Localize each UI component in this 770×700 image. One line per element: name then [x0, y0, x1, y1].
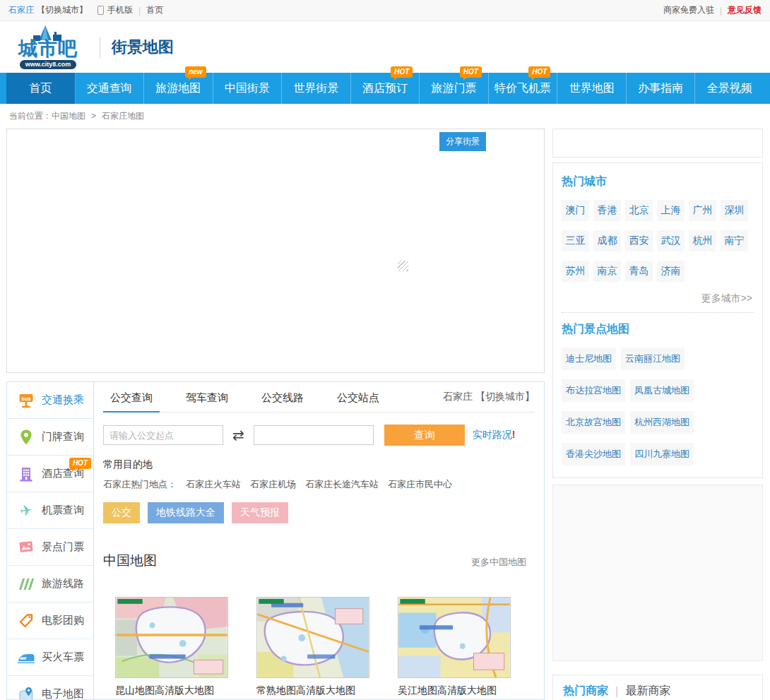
map-thumbnail-caption[interactable]: 吴江地图高清版大地图: [398, 684, 511, 697]
city-tag[interactable]: 上海: [657, 200, 685, 221]
more-china-maps-link[interactable]: 更多中国地图: [471, 556, 526, 569]
bus-icon: bus: [16, 391, 35, 410]
site-header: 城市吧 www.city8.com 街景地图: [0, 21, 770, 73]
scenic-map-tag[interactable]: 四川九寨地图: [630, 443, 694, 465]
sidebar-item-address-search[interactable]: 门牌查询: [7, 419, 93, 456]
scenic-map-tag[interactable]: 北京故宫地图: [562, 411, 625, 434]
tab-bus-query[interactable]: 公交查询: [103, 382, 160, 413]
map-thumbnail-wujiang[interactable]: 吴江地图高清版大地图: [398, 597, 511, 697]
city-tag[interactable]: 西安: [625, 230, 653, 251]
scenic-map-tag[interactable]: 香港尖沙地图: [562, 443, 625, 465]
current-city-link[interactable]: 石家庄: [8, 4, 34, 16]
nav-item-hotel[interactable]: 酒店预订HOT: [351, 73, 420, 104]
map-thumbnail-image[interactable]: [256, 597, 369, 678]
city-tag[interactable]: 澳门: [562, 200, 589, 221]
site-logo[interactable]: 城市吧 www.city8.com: [7, 25, 89, 69]
hot-badge: HOT: [460, 66, 482, 78]
dotted-divider: [562, 312, 754, 313]
divider: |: [615, 685, 618, 698]
map-thumbnail-image[interactable]: [115, 597, 228, 678]
panel-switch-city-link[interactable]: 【切换城市】: [475, 391, 535, 402]
sidebar-item-digital-map[interactable]: 电子地图: [7, 676, 93, 700]
breadcrumb-parent-link[interactable]: 中国地图: [52, 111, 85, 121]
hot-place-link[interactable]: 石家庄机场: [250, 478, 296, 491]
city-tag[interactable]: 苏州: [562, 261, 589, 282]
nav-item-world-map[interactable]: 世界地图: [557, 73, 627, 104]
scenic-map-tag[interactable]: 布达拉宫地图: [562, 379, 625, 402]
tab-new-merchants[interactable]: 最新商家: [625, 684, 670, 699]
realtime-traffic-link[interactable]: 实时路况!: [473, 429, 516, 441]
nav-item-flights[interactable]: 特价飞机票HOT: [489, 73, 558, 104]
city-tag[interactable]: 南京: [593, 261, 621, 282]
scenic-map-tag[interactable]: 云南丽江地图: [621, 348, 685, 370]
sidebar-item-travel-routes[interactable]: 旅游线路: [7, 566, 93, 603]
bus-from-input[interactable]: [103, 425, 223, 445]
city-tag[interactable]: 青岛: [625, 261, 653, 282]
city-tag[interactable]: 杭州: [689, 230, 716, 251]
tab-drive-query[interactable]: 驾车查询: [179, 382, 235, 413]
city-tag[interactable]: 香港: [593, 200, 621, 221]
map-thumbnail-image[interactable]: [398, 597, 511, 678]
hot-places-label: 石家庄热门地点：: [103, 478, 177, 491]
nav-item-world-streetview[interactable]: 世界街景: [282, 73, 351, 104]
map-thumbnail-caption[interactable]: 常熟地图高清版大地图: [256, 684, 369, 697]
sidebar-item-transit[interactable]: bus 交通换乘: [7, 382, 93, 419]
city-tag[interactable]: 南宁: [721, 230, 748, 251]
streetview-map-area[interactable]: 分享街景: [6, 129, 545, 373]
sidebar-item-flight-search[interactable]: ✈机票查询: [7, 492, 93, 529]
nav-item-home[interactable]: 首页: [6, 73, 76, 104]
quick-tag-metro[interactable]: 地铁线路大全: [148, 502, 224, 523]
map-thumbnail-caption[interactable]: 昆山地图高清版大地图: [115, 684, 228, 697]
search-button[interactable]: 查询: [384, 425, 465, 446]
new-badge: new: [185, 66, 206, 78]
nav-item-traffic[interactable]: 交通查询: [76, 73, 145, 104]
city-tag[interactable]: 武汉: [657, 230, 685, 251]
swap-icon[interactable]: ⇄: [232, 428, 244, 442]
city-tag[interactable]: 北京: [625, 200, 653, 221]
page: 石家庄 【切换城市】 手机版 | 首页 商家免费入驻 | 意见反馈 城市吧 ww…: [0, 0, 770, 700]
home-link[interactable]: 首页: [146, 4, 163, 16]
nav-item-guide[interactable]: 办事指南: [627, 73, 696, 104]
map-thumbnail-changshu[interactable]: 常熟地图高清版大地图: [256, 597, 369, 697]
main-nav: 首页 交通查询 旅游地图new 中国街景 世界街景 酒店预订HOT 旅游门票HO…: [0, 73, 770, 104]
bus-to-input[interactable]: [254, 425, 374, 445]
share-streetview-button[interactable]: 分享街景: [439, 132, 486, 151]
hot-place-link[interactable]: 石家庄市民中心: [388, 478, 452, 491]
quick-tag-bus[interactable]: 公交: [103, 502, 140, 523]
nav-item-china-streetview[interactable]: 中国街景: [213, 73, 283, 104]
merchant-join-link[interactable]: 商家免费入驻: [663, 4, 714, 16]
feedback-link[interactable]: 意见反馈: [728, 4, 762, 16]
nav-item-travel-map[interactable]: 旅游地图new: [144, 73, 213, 104]
scenic-map-tag[interactable]: 杭州西湖地图: [630, 411, 694, 434]
hot-cities-tags: 澳门 香港 北京 上海 广州 深圳 三亚 成都 西安 武汉 杭州 南宁 苏州 南…: [562, 200, 754, 291]
sidebar-item-attraction-tickets[interactable]: 景点门票: [7, 529, 93, 566]
more-cities-link[interactable]: 更多城市>>: [562, 292, 752, 305]
hot-places-line: 石家庄热门地点： 石家庄火车站 石家庄机场 石家庄长途汽车站 石家庄市民中心: [103, 478, 535, 491]
hot-badge: HOT: [528, 66, 550, 78]
city-tag[interactable]: 深圳: [721, 200, 748, 221]
mobile-version-link[interactable]: 手机版: [107, 4, 133, 16]
sidebar-item-hotel-search[interactable]: 酒店查询 HOT: [7, 456, 93, 492]
map-thumbnail-kunshan[interactable]: 昆山地图高清版大地图: [115, 597, 228, 697]
nav-item-panorama[interactable]: 全景视频: [695, 73, 764, 104]
sidebar-item-train-tickets[interactable]: 买火车票: [7, 639, 93, 676]
hot-place-link[interactable]: 石家庄长途汽车站: [305, 478, 379, 491]
tab-bus-stops[interactable]: 公交站点: [330, 382, 386, 413]
tab-hot-merchants[interactable]: 热门商家: [563, 684, 608, 699]
city-tag[interactable]: 济南: [657, 261, 685, 282]
quick-tag-weather[interactable]: 天气预报: [232, 502, 288, 523]
hot-place-link[interactable]: 石家庄火车站: [186, 478, 241, 491]
scenic-map-tag[interactable]: 迪士尼地图: [562, 348, 616, 370]
sidebar-item-movie-deals[interactable]: 电影团购: [7, 603, 93, 639]
resize-grip[interactable]: [398, 261, 408, 271]
ad-placeholder-box: [552, 485, 763, 661]
city-tag[interactable]: 广州: [689, 200, 716, 221]
panel-city-label: 石家庄: [443, 391, 473, 402]
tab-bus-lines[interactable]: 公交线路: [254, 382, 311, 413]
scenic-map-tag[interactable]: 凤凰古城地图: [630, 379, 694, 402]
city-tag[interactable]: 成都: [593, 230, 621, 251]
city-tag[interactable]: 三亚: [562, 230, 589, 251]
nav-item-tickets[interactable]: 旅游门票HOT: [420, 73, 489, 104]
map-pin-icon: [16, 685, 35, 700]
switch-city-link[interactable]: 【切换城市】: [37, 4, 88, 16]
